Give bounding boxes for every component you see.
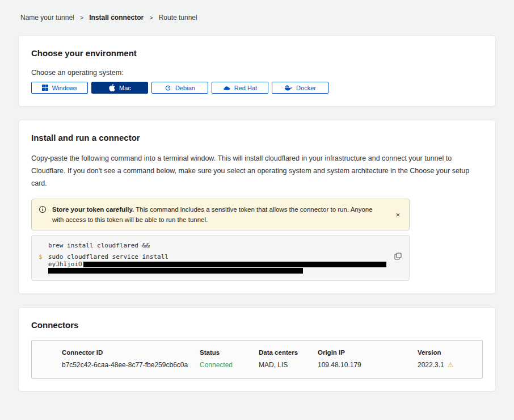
- breadcrumb-step-name-tunnel[interactable]: Name your tunnel: [20, 14, 74, 22]
- cell-origin-ip: 109.48.10.179: [318, 361, 418, 369]
- install-card-title: Install and run a connector: [31, 133, 483, 142]
- install-description: Copy-paste the following command into a …: [31, 153, 483, 190]
- breadcrumb-separator: >: [149, 14, 153, 21]
- info-icon: [39, 205, 47, 216]
- version-value: 2022.3.1: [418, 361, 444, 369]
- connectors-table: Connector ID Status Data centers Origin …: [31, 340, 483, 379]
- connectors-card-title: Connectors: [31, 320, 483, 330]
- os-button-label: Red Hat: [234, 85, 257, 91]
- redhat-icon: [223, 85, 230, 91]
- connectors-card: Connectors Connector ID Status Data cent…: [18, 307, 496, 392]
- os-button-label: Windows: [52, 85, 78, 91]
- column-header-connector-id: Connector ID: [62, 349, 200, 356]
- column-header-origin-ip: Origin IP: [318, 349, 418, 356]
- token-warning-text: Store your token carefully. This command…: [52, 204, 382, 225]
- token-prefix: eyJhIjoiO: [48, 261, 82, 268]
- debian-icon: [165, 85, 171, 91]
- os-button-mac[interactable]: Mac: [91, 82, 148, 94]
- code-line-1: brew install cloudflared &&: [48, 242, 150, 249]
- breadcrumb-step-route-tunnel[interactable]: Route tunnel: [159, 14, 197, 22]
- windows-icon: [42, 85, 48, 91]
- os-button-label: Mac: [119, 85, 131, 91]
- token-warning-banner: Store your token carefully. This command…: [31, 199, 410, 231]
- os-select-label: Choose an operating system:: [31, 69, 483, 77]
- table-row: b7c52c42-6caa-48ee-8c77-fbe259cb6c0a Con…: [62, 361, 469, 369]
- token-warning-bold: Store your token carefully.: [52, 206, 134, 213]
- warning-close-button[interactable]: ×: [393, 211, 402, 219]
- redacted-token-bar: [48, 268, 303, 274]
- version-warning-icon: ⚠: [448, 362, 454, 368]
- os-button-label: Docker: [296, 85, 316, 91]
- os-button-group: Windows Mac Debian Red Hat Docker: [31, 82, 483, 94]
- breadcrumb-step-install-connector[interactable]: Install connector: [89, 14, 144, 22]
- shell-prompt: $: [39, 253, 48, 261]
- environment-card: Choose your environment Choose an operat…: [18, 35, 496, 107]
- cell-data-centers: MAD, LIS: [259, 361, 318, 369]
- status-badge: Connected: [200, 361, 259, 369]
- breadcrumb: Name your tunnel > Install connector > R…: [18, 0, 496, 35]
- os-button-docker[interactable]: Docker: [272, 82, 328, 94]
- install-card: Install and run a connector Copy-paste t…: [18, 120, 496, 294]
- install-command-block: brew install cloudflared && $ sudo cloud…: [31, 235, 410, 281]
- column-header-version: Version: [418, 349, 469, 356]
- apple-icon: [108, 84, 115, 91]
- os-button-label: Debian: [175, 85, 195, 91]
- table-header-row: Connector ID Status Data centers Origin …: [62, 349, 469, 356]
- copy-command-button[interactable]: [394, 253, 402, 260]
- redacted-token-bar: [83, 262, 386, 267]
- column-header-status: Status: [200, 349, 259, 356]
- docker-icon: [284, 85, 292, 91]
- environment-card-title: Choose your environment: [31, 48, 483, 58]
- page: Name your tunnel > Install connector > R…: [0, 0, 514, 420]
- cell-version: 2022.3.1 ⚠: [418, 361, 469, 369]
- os-button-redhat[interactable]: Red Hat: [212, 82, 268, 94]
- copy-icon: [394, 253, 402, 260]
- os-button-debian[interactable]: Debian: [151, 82, 208, 94]
- cell-connector-id: b7c52c42-6caa-48ee-8c77-fbe259cb6c0a: [62, 361, 200, 369]
- os-button-windows[interactable]: Windows: [31, 82, 88, 94]
- breadcrumb-separator: >: [80, 14, 83, 21]
- code-line-2: sudo cloudflared service install: [48, 253, 168, 261]
- column-header-data-centers: Data centers: [259, 349, 318, 356]
